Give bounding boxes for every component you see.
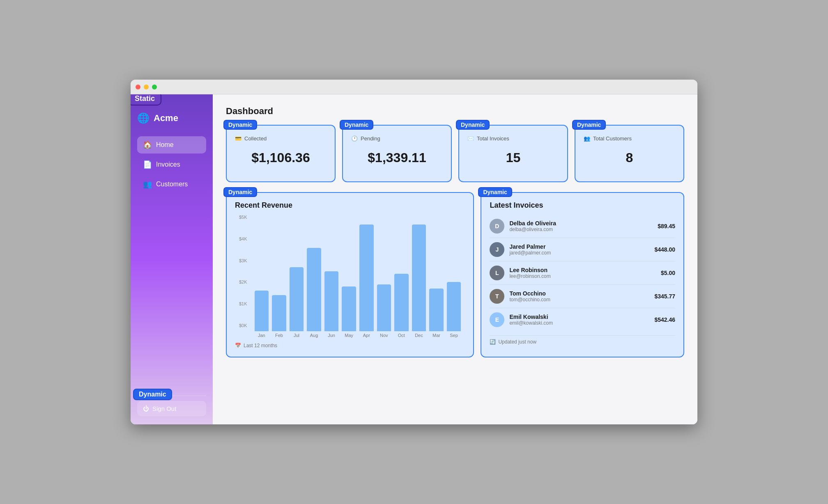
chart-bar xyxy=(307,248,321,331)
refresh-icon: 🔄 xyxy=(490,339,496,345)
invoice-row: LLee Robinsonlee@robinson.com$5.00 xyxy=(490,261,675,285)
main-content: Dashboard Dynamic 💳 Collected $1,106.36 … xyxy=(213,94,697,424)
invoices-count-icon: ✉️ xyxy=(467,135,474,142)
sidebar-item-home[interactable]: 🏠 Home xyxy=(137,136,206,153)
stat-card-total-customers: Dynamic 👥 Total Customers 8 xyxy=(575,125,684,182)
avatar: D xyxy=(490,219,504,234)
invoice-amount: $89.45 xyxy=(658,223,675,229)
pending-icon: 🕐 xyxy=(351,135,358,142)
stat-card-pending-value: $1,339.11 xyxy=(351,142,443,174)
minimize-dot[interactable] xyxy=(144,85,149,89)
chart-footer-text: Last 12 months xyxy=(244,343,277,348)
collected-dynamic-badge: Dynamic xyxy=(223,120,257,130)
globe-icon: 🌐 xyxy=(137,112,150,124)
invoice-amount: $5.00 xyxy=(661,270,675,276)
chart-bar-col: Jul xyxy=(290,215,304,338)
sidebar-logo: 🌐 Acme xyxy=(137,112,206,124)
chart-bar-col: Jun xyxy=(324,215,339,338)
chart-bar xyxy=(412,225,426,331)
stat-card-customers-label: 👥 Total Customers xyxy=(584,135,675,142)
chart-bar-col: Mar xyxy=(429,215,444,338)
chart-bar-label: Oct xyxy=(398,333,405,338)
chart-bar xyxy=(429,289,444,331)
calendar-icon: 📅 xyxy=(235,343,241,348)
invoice-info: Lee Robinsonlee@robinson.com xyxy=(509,267,656,279)
chart-bar-label: Jan xyxy=(258,333,265,338)
invoice-info: Tom Occhinotom@occhino.com xyxy=(509,290,649,302)
chart-bar xyxy=(394,274,409,331)
avatar: E xyxy=(490,312,504,327)
sidebar-dynamic-badge: Dynamic xyxy=(133,389,172,400)
stat-card-customers-value: 8 xyxy=(584,142,675,174)
sidebar-item-customers[interactable]: 👥 Customers xyxy=(137,176,206,193)
invoices-list: DDelba de Oliveiradelba@oliveira.com$89.… xyxy=(490,215,675,331)
chart-bar xyxy=(342,286,356,331)
bottom-row: Dynamic Recent Revenue $5K $4K $3K $2K $… xyxy=(226,192,684,357)
app-body: Static 🌐 Acme 🏠 Home 📄 Invoices 👥 Custom… xyxy=(131,94,697,424)
invoice-email: lee@robinson.com xyxy=(509,273,656,279)
invoice-amount: $542.46 xyxy=(654,316,675,323)
page-title: Dashboard xyxy=(226,106,684,117)
chart-bar-label: May xyxy=(345,333,353,338)
home-icon: 🏠 xyxy=(143,140,152,149)
chart-bar xyxy=(377,284,391,331)
chart-bar-col: Aug xyxy=(307,215,321,338)
chart-bar-col: Sep xyxy=(447,215,461,338)
chart-bar-col: Oct xyxy=(394,215,409,338)
sidebar-item-invoices[interactable]: 📄 Invoices xyxy=(137,156,206,173)
sidebar-item-home-label: Home xyxy=(156,141,174,149)
pending-dynamic-badge: Dynamic xyxy=(340,120,373,130)
chart-area: $5K $4K $3K $2K $1K $0K JanFebJulAugJunM… xyxy=(235,215,465,338)
power-icon: ⏻ xyxy=(143,405,149,412)
sidebar-logo-text: Acme xyxy=(154,113,178,124)
sign-out-label: Sign Out xyxy=(152,405,176,412)
invoices-card: Dynamic Latest Invoices DDelba de Olivei… xyxy=(481,192,684,357)
y-label-2k: $2K xyxy=(239,279,247,284)
chart-bar-label: Sep xyxy=(450,333,458,338)
invoice-row: EEmil Kowalskiemil@kowalski.com$542.46 xyxy=(490,308,675,331)
chart-bar xyxy=(290,267,304,331)
chart-bar-col: Nov xyxy=(377,215,391,338)
sign-out-button[interactable]: ⏻ Sign Out xyxy=(137,401,206,416)
main-window: Static 🌐 Acme 🏠 Home 📄 Invoices 👥 Custom… xyxy=(131,80,697,424)
maximize-dot[interactable] xyxy=(152,85,157,89)
sidebar-nav: 🏠 Home 📄 Invoices 👥 Customers xyxy=(137,136,206,396)
y-label-1k: $1K xyxy=(239,301,247,306)
stat-card-pending-label: 🕐 Pending xyxy=(351,135,443,142)
invoice-email: tom@occhino.com xyxy=(509,297,649,302)
chart-bar-col: Feb xyxy=(272,215,286,338)
chart-dynamic-badge: Dynamic xyxy=(223,187,257,197)
chart-bar-label: Aug xyxy=(310,333,318,338)
chart-y-labels: $5K $4K $3K $2K $1K $0K xyxy=(239,215,251,338)
chart-bar xyxy=(324,271,339,331)
y-label-5k: $5K xyxy=(239,215,247,220)
customers-icon: 👥 xyxy=(143,180,152,189)
stat-card-collected-label: 💳 Collected xyxy=(235,135,327,142)
invoice-email: jared@palmer.com xyxy=(509,250,649,256)
invoice-info: Delba de Oliveiradelba@oliveira.com xyxy=(509,220,653,232)
sidebar: Static 🌐 Acme 🏠 Home 📄 Invoices 👥 Custom… xyxy=(131,94,213,424)
chart-bar-col: May xyxy=(342,215,356,338)
sidebar-item-customers-label: Customers xyxy=(156,181,188,188)
invoice-email: emil@kowalski.com xyxy=(509,320,649,326)
invoice-name: Emil Kowalski xyxy=(509,314,649,320)
invoice-name: Jared Palmer xyxy=(509,243,649,250)
chart-bar xyxy=(255,291,269,331)
customers-count-icon: 👥 xyxy=(584,135,590,142)
chart-card: Dynamic Recent Revenue $5K $4K $3K $2K $… xyxy=(226,192,474,357)
invoice-row: JJared Palmerjared@palmer.com$448.00 xyxy=(490,238,675,261)
stats-row: Dynamic 💳 Collected $1,106.36 Dynamic 🕐 … xyxy=(226,125,684,182)
chart-bar-label: Dec xyxy=(415,333,423,338)
chart-bar-label: Nov xyxy=(380,333,388,338)
sidebar-item-invoices-label: Invoices xyxy=(156,161,180,168)
invoice-row: TTom Occhinotom@occhino.com$345.77 xyxy=(490,285,675,308)
close-dot[interactable] xyxy=(136,85,140,89)
pending-label-text: Pending xyxy=(361,135,380,142)
invoice-email: delba@oliveira.com xyxy=(509,227,653,232)
invoice-row: DDelba de Oliveiradelba@oliveira.com$89.… xyxy=(490,215,675,238)
customers-label-text: Total Customers xyxy=(593,135,632,142)
collected-label-text: Collected xyxy=(244,135,267,142)
stat-card-invoices-value: 15 xyxy=(467,142,559,174)
invoice-amount: $448.00 xyxy=(654,246,675,253)
y-label-0k: $0K xyxy=(239,323,247,328)
